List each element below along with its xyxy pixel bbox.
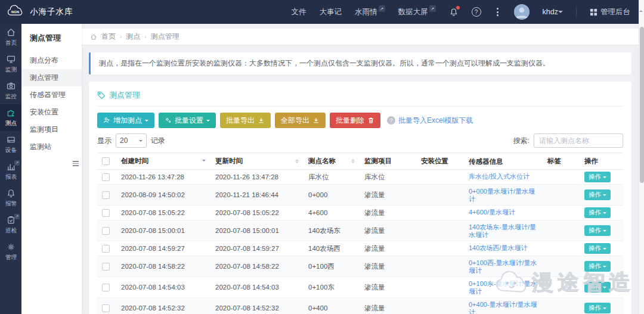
cell-tag (543, 298, 580, 314)
column-header-name[interactable]: 测点名称 (304, 153, 360, 169)
row-action-button[interactable]: 操作 (584, 172, 611, 182)
sidebar-item-alarms[interactable]: 报警 (0, 185, 21, 212)
cell-point-name: 0+400 (304, 298, 360, 314)
cloud-logo-icon: NGN (6, 4, 25, 20)
sensor-link[interactable]: 140农场西/量水堰计 (469, 244, 538, 252)
scroll-up-arrow[interactable] (639, 0, 643, 12)
divider (576, 7, 577, 17)
cell-point-name: 140农场东 (304, 220, 360, 241)
sensor-link[interactable]: 0+400-量水堰计/量水堰计 (469, 301, 538, 314)
submenu-item-point-distribution[interactable]: 测点分布 (21, 52, 82, 69)
sensor-link[interactable]: 0+100西-量水堰计/量水堰计 (469, 259, 538, 274)
row-action-button[interactable]: 操作 (584, 225, 611, 236)
excel-template-download-link[interactable]: ? 批量导入Excel模版下载 (387, 116, 473, 126)
add-point-button[interactable]: 增加测点 (97, 113, 154, 128)
submenu-item-sensor-management[interactable]: 传感器管理 (21, 86, 82, 104)
scrollbar-thumb[interactable] (640, 27, 644, 183)
column-header-updated[interactable]: 更新时间 (210, 153, 304, 169)
batch-settings-button[interactable]: 批量设置 (159, 113, 216, 128)
cell-point-name: 4+600 (304, 206, 360, 220)
row-action-button[interactable]: 操作 (584, 189, 611, 200)
avatar[interactable] (514, 4, 530, 20)
cell-tag (543, 206, 580, 220)
help-icon[interactable]: ? (472, 7, 481, 17)
cell-created: 2020-07-08 14:52:32 (116, 298, 210, 314)
submenu-item-monitoring-project[interactable]: 监测项目 (21, 121, 82, 138)
cell-project: 渗流量 (360, 206, 416, 220)
chevron-down-icon (603, 230, 606, 234)
topnav-item-rainfall[interactable]: 水雨情↗ (355, 7, 385, 17)
sidebar-item-management[interactable]: 管理 (0, 238, 21, 265)
sidebar-item-home[interactable]: 首页 (0, 24, 21, 51)
chevron-down-icon (603, 194, 606, 198)
batch-delete-button[interactable]: 批量删除 (330, 113, 380, 128)
search-input[interactable] (534, 133, 623, 148)
row-action-button[interactable]: 操作 (584, 207, 611, 218)
row-action-button[interactable]: 操作 (584, 303, 611, 313)
sidebar-item-measuring-points[interactable]: 测点 (0, 104, 21, 131)
admin-console-link[interactable]: 管理后台 (590, 7, 630, 17)
column-header-tag: 标签 (543, 153, 580, 169)
user-menu[interactable]: khdz (543, 8, 563, 16)
topnav-item-files[interactable]: 文件 (292, 7, 306, 17)
table-row: 2020-07-08 14:59:27 2020-07-08 14:59:27 … (97, 241, 623, 256)
sensor-link[interactable]: 库水位/投入式水位计 (469, 173, 538, 181)
sensor-link[interactable]: 0+000量水堰计/量水堰计 (469, 188, 538, 203)
points-panel: 测点管理 增加测点 批量设置 批量导出 全部导出 批量删除 (89, 82, 631, 314)
sensor-link[interactable]: 0+100东-量水堰计/量水堰计 (469, 280, 538, 295)
select-all-checkbox[interactable] (102, 157, 110, 165)
export-all-button[interactable]: 全部导出 (275, 113, 326, 128)
sensor-link[interactable]: 140农场东-量水堰计/量水堰计 (469, 223, 538, 238)
row-checkbox[interactable] (102, 284, 110, 291)
row-checkbox[interactable] (102, 209, 110, 217)
row-action-button[interactable]: 操作 (584, 261, 611, 272)
row-action-button[interactable]: 操作 (584, 282, 611, 293)
submenu-item-point-management[interactable]: 测点管理 (21, 69, 82, 86)
row-checkbox[interactable] (102, 245, 110, 253)
column-header-location: 安装位置 (416, 153, 464, 169)
chevron-down-icon (603, 266, 606, 269)
table-controls: 显示 20 记录 搜索: (97, 133, 623, 148)
breadcrumb-home[interactable]: 首页 (101, 32, 116, 42)
row-checkbox[interactable] (102, 191, 110, 199)
camera-icon (6, 81, 16, 91)
cell-location (416, 170, 464, 184)
cell-location (416, 241, 464, 256)
page-scrollbar[interactable] (639, 0, 644, 314)
table-body: 2020-11-26 13:47:28 2020-11-26 13:47:28 … (97, 170, 623, 314)
topnav-item-events[interactable]: 大事记 (320, 7, 342, 17)
row-checkbox[interactable] (102, 263, 110, 271)
batch-export-button[interactable]: 批量导出 (220, 113, 271, 128)
column-header-created[interactable]: 创建时间 (116, 153, 210, 169)
breadcrumb-points[interactable]: 测点 (126, 32, 140, 42)
topnav-item-dashboard[interactable]: 数据大屏↗ (398, 7, 436, 17)
row-action-button[interactable]: 操作 (584, 243, 611, 254)
cell-tag (543, 277, 580, 297)
cell-updated: 2020-07-08 15:05:22 (210, 206, 304, 220)
sidebar-item-surveillance[interactable]: 监控 (0, 77, 21, 104)
row-checkbox[interactable] (102, 304, 110, 312)
more-options-icon[interactable] (494, 7, 501, 17)
toolbar: 增加测点 批量设置 批量导出 全部导出 批量删除 ? 批量导入Excel模版下载 (97, 113, 623, 128)
bell-icon (6, 188, 16, 198)
submenu-item-install-location[interactable]: 安装位置 (21, 104, 82, 121)
cell-location (416, 277, 464, 297)
page-size-select[interactable]: 20 (116, 133, 147, 148)
sidebar-item-monitoring[interactable]: 监测 (0, 51, 21, 77)
sort-icon (202, 160, 206, 163)
row-checkbox[interactable] (102, 227, 110, 235)
download-icon (312, 117, 320, 124)
brand[interactable]: NGN 小海子水库 (6, 4, 73, 20)
sidebar-item-devices[interactable]: 设备 (0, 131, 21, 158)
breadcrumb: 首页 › 测点 › 测点管理 (82, 29, 639, 45)
cell-sensors: 4+600/量水堰计 (464, 206, 543, 220)
sensor-link[interactable]: 4+600/量水堰计 (469, 209, 538, 216)
submenu-item-monitoring-station[interactable]: 监测站 (21, 138, 82, 156)
cell-sensors: 库水位/投入式水位计 (464, 170, 543, 184)
row-checkbox[interactable] (102, 173, 110, 181)
notifications-bell-icon[interactable] (449, 7, 459, 17)
sidebar-collapse-toggle[interactable] (73, 161, 79, 166)
sidebar-item-inspection[interactable]: ↗ 巡检 (0, 212, 21, 238)
cell-location (416, 185, 464, 205)
sidebar-item-reports[interactable]: ↗ 报表 (0, 158, 21, 185)
